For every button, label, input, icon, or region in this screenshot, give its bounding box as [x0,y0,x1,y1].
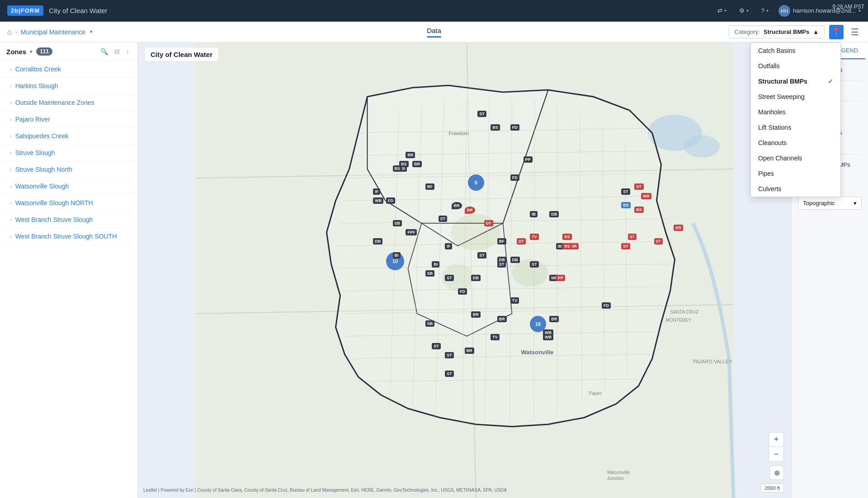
zoom-in-button[interactable]: + [769,432,783,447]
zone-item[interactable]: ›Struve Slough [0,145,137,161]
zone-item[interactable]: ›Struve Slough North [0,161,137,178]
settings-button[interactable]: ⚙ ▾ [736,5,751,16]
map-marker-dt-3[interactable]: DT [517,238,526,244]
menu-button[interactable]: ☰ [849,25,861,39]
map-marker-br-dk[interactable]: BR [452,202,462,209]
map-marker-wb-1[interactable]: WB [373,197,383,204]
tab-data[interactable]: Data [427,27,441,36]
map-marker-st-5[interactable]: ST [445,275,454,281]
map-marker-sb-2[interactable]: SB [425,270,435,277]
download-button[interactable]: ↓ [124,47,131,56]
zones-label[interactable]: Zones [6,48,26,56]
zones-chevron-icon[interactable]: ▾ [30,49,33,55]
category-option-manholes[interactable]: Manholes [751,104,840,120]
map-marker-br-5[interactable]: BR [549,316,559,322]
map-marker-bs-blue[interactable]: BS [621,202,631,208]
map-marker-br-1[interactable]: BR [406,152,415,158]
zone-item[interactable]: ›Corralitos Creek [0,61,137,78]
map-marker-if-1[interactable]: IF [373,188,380,195]
map-marker-st-2[interactable]: ST [621,188,630,195]
breadcrumb-path[interactable]: Municipal Maintenance [21,28,85,36]
map-marker-bf[interactable]: BF [425,183,434,190]
map-marker-dt-1[interactable]: DT [484,220,493,226]
map-marker-tv-2[interactable]: TV [491,334,500,340]
map-marker-st-8[interactable]: ST [432,343,441,349]
map-marker-st-red[interactable]: ST [634,183,643,190]
zone-item[interactable]: ›West Branch Struve Slough [0,211,137,228]
map-marker-bi-2[interactable]: BI [393,252,401,258]
map-marker-sb-3[interactable]: SB [425,320,435,327]
category-option-structural-bmps[interactable]: Structural BMPs✓ [751,74,840,89]
map-marker-st-4[interactable]: ST [439,216,448,222]
map-marker-st[interactable]: ST [477,111,486,117]
map-marker-db-5[interactable]: DB [471,275,481,281]
map-marker-bs-3[interactable]: BS [399,161,409,167]
map-marker-fd-2[interactable]: FD [510,174,519,181]
zone-item[interactable]: ›West Branch Struve Slough SOUTH [0,228,137,245]
zone-item[interactable]: ›Watsonville Slough NORTH [0,195,137,211]
map-marker-bs-red-2[interactable]: BS [562,234,572,240]
map-marker-db-1[interactable]: DB [373,238,382,244]
map-marker-pp[interactable]: PP [524,156,533,163]
map-marker-br-6[interactable]: BR [471,311,481,318]
map-marker-st-red-4[interactable]: ST [621,243,630,249]
map-marker-wbr-2[interactable]: WB [543,329,553,336]
map-marker-br-3[interactable]: BR [465,348,474,354]
cluster-marker-5[interactable]: 5 [468,174,484,191]
map-marker-fd-5[interactable]: FD [602,302,611,309]
map-view-button[interactable]: 📍 [829,25,844,39]
map-marker-br-red[interactable]: BR [674,225,683,231]
map-marker-db-4[interactable]: DB [510,257,520,263]
map-marker-fpf[interactable]: FPF [406,229,417,235]
zone-item[interactable]: ›Outside Maintenance Zones [0,94,137,111]
map-marker-bs-red[interactable]: BS [634,207,644,213]
category-option-cleanouts[interactable]: Cleanouts [751,135,840,150]
map-marker-if-2[interactable]: IF [445,243,452,249]
category-option-culverts[interactable]: Culverts [751,181,840,197]
zone-item[interactable]: ›Salsipuedes Creek [0,128,137,145]
app-logo[interactable]: 2b|FORM [7,5,43,16]
map-marker-ib[interactable]: IB [530,211,538,217]
map-marker-bs[interactable]: BS [491,124,500,131]
category-option-street-sweeping[interactable]: Street Sweeping [751,89,840,104]
map-marker-bf-2[interactable]: BF [497,238,506,244]
map-marker-br-4[interactable]: BR [497,316,507,322]
map-marker-br-2[interactable]: BR [412,161,422,167]
help-button[interactable]: ? ▾ [759,5,771,16]
map-area[interactable]: City of Clean Water [138,42,791,498]
home-button[interactable]: ⌂ [7,28,12,36]
map-marker-pp-red[interactable]: PP [556,275,565,281]
category-option-open-channels[interactable]: Open Channels [751,150,840,166]
map-marker-bs-red-3[interactable]: BS [562,243,572,249]
map-marker-fd-4[interactable]: FD [458,288,467,295]
zone-item[interactable]: ›Harkins Slough [0,78,137,94]
category-option-pipes[interactable]: Pipes [751,166,840,181]
map-marker-tv[interactable]: TV [510,297,519,304]
map-marker-wb-red[interactable]: WB [641,193,651,199]
search-button[interactable]: 🔍 [99,47,110,56]
breadcrumb-dropdown-icon[interactable]: ▾ [90,29,93,35]
category-dropdown-button[interactable]: Category: Structural BMPs ▲ [729,25,825,38]
map-marker-st-red-2[interactable]: ST [628,234,637,240]
map-marker-st-10[interactable]: ST [445,371,454,377]
locate-button[interactable]: ⊕ [769,465,784,480]
map-marker-st-9[interactable]: ST [445,352,454,358]
zoom-out-button[interactable]: − [769,447,783,461]
transfer-button[interactable]: ⇄ ▾ [715,5,729,16]
map-marker-fd-3[interactable]: FD [386,197,395,204]
category-option-lift-stations[interactable]: Lift Stations [751,120,840,135]
map-marker-fd-1[interactable]: FD [510,124,519,131]
map-marker-sb[interactable]: SB [393,220,402,226]
filter-button[interactable]: ⊟ [113,47,122,56]
topographic-select[interactable]: Topographic ▾ [798,197,862,210]
map-marker-br-gr[interactable]: BR [465,207,475,214]
zone-item[interactable]: ›Watsonville Slough [0,178,137,195]
map-marker-st-red-3[interactable]: ST [654,238,663,244]
map-marker-db-3[interactable]: DB [497,257,507,263]
map-marker-db-2[interactable]: DB [549,211,559,217]
map-marker-st-3[interactable]: ST [530,261,539,268]
category-option-outfalls[interactable]: Outfalls [751,58,840,74]
map-marker-bi-3[interactable]: BI [432,261,439,268]
category-option-catch-basins[interactable]: Catch Basins [751,43,840,58]
zone-item[interactable]: ›Pajaro River [0,111,137,128]
